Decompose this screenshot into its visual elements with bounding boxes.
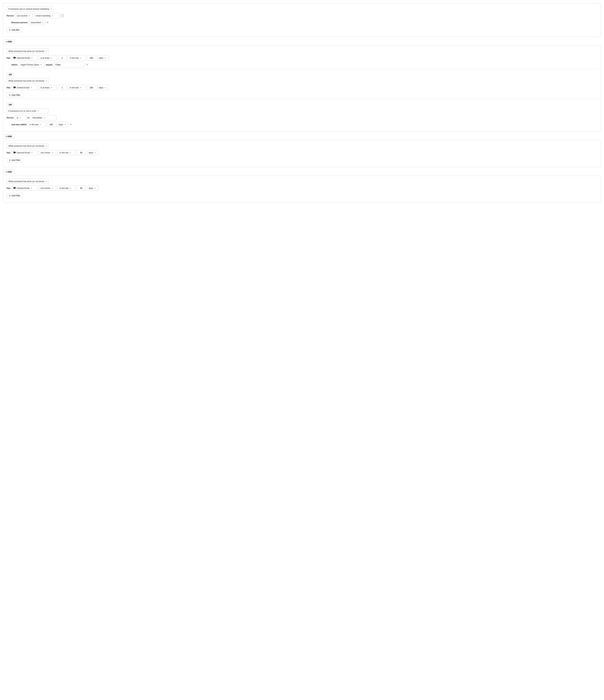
flag-icon-4	[14, 187, 16, 189]
where-field-label: Apple Privacy Open	[21, 64, 39, 66]
block1-condition-caret: ▾	[51, 8, 52, 10]
and-connector-1[interactable]: + AND	[3, 40, 14, 44]
block3-condition-caret: ▾	[46, 145, 47, 147]
added-time-unit-caret: ▾	[65, 124, 65, 125]
flag-icon-3	[14, 151, 16, 154]
block2-is-label: is	[17, 117, 18, 119]
block-4: What someone has done (or not done) ▾ Ha…	[3, 176, 601, 203]
block4-time-qualifier-caret: ▾	[70, 187, 71, 189]
block4-time-unit-label: days	[89, 187, 93, 189]
block2-is-dropdown[interactable]: is ▾	[15, 115, 26, 120]
or-section-1: OR	[7, 69, 597, 78]
block3-time-unit-dropdown[interactable]: days ▾	[87, 150, 98, 155]
block4-condition-dropdown[interactable]: What someone has done (or not done) ▾	[7, 179, 49, 184]
marketing-type-label: email marketing	[36, 15, 51, 17]
block2-sub2-add-filter-button[interactable]: ⊻ Add Filter	[7, 93, 23, 97]
added-time-unit-dropdown[interactable]: days ▾	[57, 122, 68, 127]
block4-qualifier-dropdown[interactable]: zero times ▾	[39, 185, 56, 191]
block-3: What someone has done (or not done) ▾ Ha…	[3, 140, 601, 167]
block4-qualifier-caret: ▾	[52, 187, 53, 189]
block2-time-qualifier2-caret: ▾	[80, 87, 81, 89]
block4-time-value-input[interactable]: 90	[77, 185, 86, 191]
can-receive-label: can receive	[17, 15, 27, 17]
added-time-value-input[interactable]: 180	[47, 122, 56, 127]
block4-time-qualifier-dropdown[interactable]: in the last ▾	[58, 185, 76, 191]
block2-qualifier1-dropdown[interactable]: is at least ▾	[39, 55, 56, 60]
block2-person3-label: Person	[7, 117, 14, 119]
block2-time-qualifier2-dropdown[interactable]: in the last ▾	[68, 85, 86, 90]
block3-condition-dropdown[interactable]: What someone has done (or not done) ▾	[7, 143, 49, 148]
subscribed-remove-icon[interactable]: ×	[47, 21, 48, 24]
block2-time-value1-input[interactable]: 180	[87, 55, 96, 60]
block4-time-qualifier-label: in the last	[60, 187, 69, 189]
block1-condition-dropdown[interactable]: If someone can or cannot receive marketi…	[7, 6, 53, 11]
block2-action1-dropdown[interactable]: Opened Email ▾	[12, 55, 37, 60]
block2-qualifier2-dropdown[interactable]: is at least ▾	[39, 85, 56, 90]
flag-icon-2	[14, 86, 16, 89]
block2-condition1-label: What someone has done (or not done)	[8, 50, 44, 52]
block2-condition3-dropdown[interactable]: If someone is in or not in a list ▾	[7, 108, 49, 114]
block1-add-filter-button[interactable]: ⊻ Add filter	[7, 28, 22, 32]
list-name-dropdown[interactable]: Newsletter ▾	[31, 115, 56, 120]
block2-action1-label: Opened Email	[17, 57, 30, 59]
block2-condition1-dropdown[interactable]: What someone has done (or not done) ▾	[7, 49, 49, 54]
block3-time-value-input[interactable]: 90	[77, 150, 86, 155]
block2-action2-dropdown[interactable]: Clicked Email ▾	[12, 85, 37, 90]
added-time-qualifier-dropdown[interactable]: in the last ▾	[28, 122, 46, 127]
info-icon[interactable]: i	[61, 14, 64, 17]
block2-action1-caret: ▾	[32, 57, 32, 59]
block2-time-unit2-dropdown[interactable]: days ▾	[97, 85, 108, 90]
block4-action-dropdown[interactable]: Clicked Email ▾	[12, 185, 37, 191]
block2-time-qualifier2-label: in the last	[70, 86, 79, 89]
block3-time-unit-caret: ▾	[95, 152, 96, 154]
block3-action-caret: ▾	[32, 152, 32, 154]
block3-qualifier-label: zero times	[41, 151, 50, 154]
where-label: where	[11, 64, 18, 66]
marketing-type-dropdown[interactable]: email marketing ▾	[34, 13, 60, 18]
block3-time-qualifier-dropdown[interactable]: in the last ▾	[58, 150, 76, 155]
block2-value1-input[interactable]: 1	[58, 55, 67, 60]
block2-time-unit1-caret: ▾	[105, 57, 106, 59]
block2-time-unit1-dropdown[interactable]: days ▾	[97, 55, 108, 60]
block2-time-qualifier1-dropdown[interactable]: in the last ▾	[68, 55, 86, 60]
block3-action-dropdown[interactable]: Opened Email ▾	[12, 150, 37, 155]
or-connector-1[interactable]: OR	[7, 73, 14, 77]
or1-label: OR	[9, 73, 12, 76]
block4-add-filter-label: Add Filter	[11, 194, 21, 197]
can-receive-dropdown[interactable]: can receive ▾	[15, 13, 33, 18]
block3-qualifier-dropdown[interactable]: zero times ▾	[39, 150, 56, 155]
block2-condition2-dropdown[interactable]: What someone has done (or not done) ▾	[7, 78, 49, 83]
can-receive-caret: ▾	[29, 15, 30, 17]
and-connector-3[interactable]: + AND	[3, 170, 14, 174]
block2-action2-caret: ▾	[31, 87, 32, 89]
block4-time-unit-dropdown[interactable]: days ▾	[87, 185, 98, 191]
added-time-qualifier-caret: ▾	[40, 124, 41, 125]
filter-icon-4: ⊻	[9, 195, 10, 197]
block2-sub3: If someone is in or not in a list ▾ Pers…	[7, 108, 597, 127]
block2-time-value2-input[interactable]: 180	[87, 85, 96, 90]
block4-condition-label: What someone has done (or not done)	[8, 180, 44, 182]
added-time-qualifier-label: in the last	[29, 123, 38, 126]
and3-label: + AND	[6, 171, 12, 173]
and-connector-2[interactable]: + AND	[3, 134, 14, 139]
block2-qualifier1-caret: ▾	[51, 57, 52, 59]
subscribed-dropdown[interactable]: subscribed ▾	[29, 20, 45, 25]
block3-add-filter-button[interactable]: ⊻ Add Filter	[7, 158, 23, 162]
where-field-dropdown[interactable]: Apple Privacy Open ▾	[19, 62, 45, 67]
where-remove-icon[interactable]: ×	[86, 63, 88, 66]
added-label: and was added	[11, 123, 26, 126]
person-label: Person	[7, 15, 14, 17]
block4-condition-caret: ▾	[46, 180, 47, 182]
added-time-unit-label: days	[59, 123, 63, 126]
block2-condition3-caret: ▾	[38, 110, 38, 112]
block2-condition1-caret: ▾	[46, 50, 47, 52]
block1-add-filter-label: Add filter	[11, 29, 20, 31]
block2-qualifier2-caret: ▾	[51, 87, 52, 89]
block4-add-filter-button[interactable]: ⊻ Add Filter	[7, 193, 23, 198]
equals-value-input[interactable]: False	[54, 62, 84, 67]
block4-time-unit-caret: ▾	[95, 187, 96, 189]
or-connector-2[interactable]: OR	[7, 103, 14, 107]
added-remove-icon[interactable]: ×	[70, 123, 72, 126]
block2-value2-input[interactable]: 1	[58, 85, 67, 90]
block4-action-label: Clicked Email	[17, 187, 29, 189]
